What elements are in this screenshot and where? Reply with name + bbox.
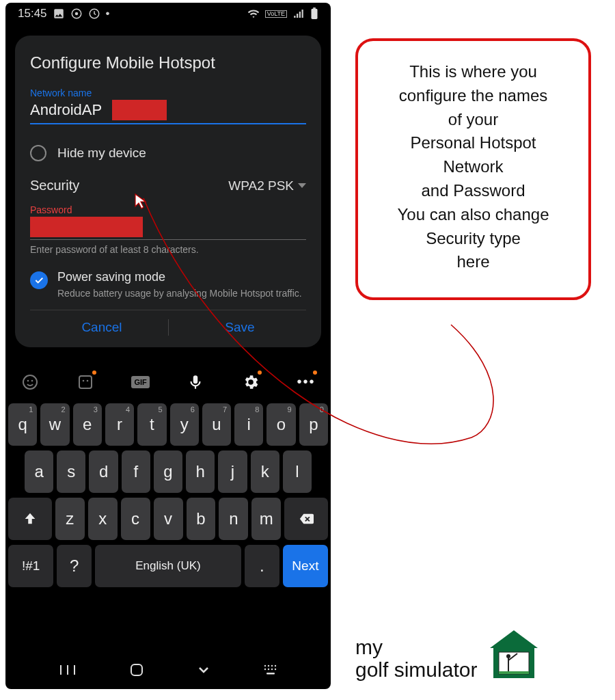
network-name-input[interactable] xyxy=(30,101,112,119)
svg-rect-14 xyxy=(131,664,142,675)
checkbox-checked-icon[interactable] xyxy=(30,271,48,289)
key-b[interactable]: b xyxy=(187,498,216,540)
key-m[interactable]: m xyxy=(251,498,281,540)
security-label: Security xyxy=(30,178,79,193)
hide-device-label: Hide my device xyxy=(57,146,146,161)
keyboard-toolbar: GIF ••• xyxy=(5,364,331,401)
more-icon[interactable]: ••• xyxy=(292,371,320,394)
callout-line: of your xyxy=(370,108,576,132)
mic-icon[interactable] xyxy=(182,371,209,394)
key-s[interactable]: s xyxy=(57,450,85,493)
security-value: WPA2 PSK xyxy=(228,178,294,193)
logo-text-line2: golf simulator xyxy=(355,658,477,681)
status-bar: 15:45 • VoLTE xyxy=(5,3,331,23)
clock-icon xyxy=(88,8,100,20)
location-icon xyxy=(70,8,83,20)
key-o[interactable]: o9 xyxy=(266,403,295,446)
svg-rect-4 xyxy=(313,8,316,9)
status-time: 15:45 xyxy=(18,7,47,21)
svg-point-16 xyxy=(268,665,269,667)
svg-point-27 xyxy=(506,654,510,658)
key-c[interactable]: c xyxy=(121,498,150,540)
power-saving-row[interactable]: Power saving mode Reduce battery usage b… xyxy=(30,267,306,310)
home-button[interactable] xyxy=(128,662,145,681)
signal-icon xyxy=(292,8,305,20)
callout-line: here xyxy=(370,250,576,274)
key-n[interactable]: n xyxy=(219,498,248,540)
keyboard-switch-button[interactable] xyxy=(263,664,278,679)
svg-point-5 xyxy=(23,375,37,389)
svg-rect-23 xyxy=(266,673,275,674)
key-w[interactable]: w2 xyxy=(40,403,69,446)
svg-point-18 xyxy=(275,665,276,667)
symbols-key[interactable]: !#1 xyxy=(8,545,53,587)
emoji-icon[interactable] xyxy=(16,371,44,394)
key-v[interactable]: v xyxy=(154,498,183,540)
redaction-block xyxy=(30,217,143,237)
key-r[interactable]: r4 xyxy=(105,403,134,446)
svg-point-22 xyxy=(275,669,276,670)
key-l[interactable]: l xyxy=(283,450,312,493)
svg-point-19 xyxy=(264,669,266,670)
svg-rect-29 xyxy=(499,671,529,674)
key-e[interactable]: e3 xyxy=(73,403,102,446)
key-a[interactable]: a xyxy=(25,450,53,493)
callout-line: This is where you xyxy=(370,60,576,84)
callout-line: configure the names xyxy=(370,84,576,108)
volte-icon: VoLTE xyxy=(265,10,287,18)
key-g[interactable]: g xyxy=(154,450,182,493)
svg-point-6 xyxy=(27,380,29,382)
sticker-icon[interactable] xyxy=(72,371,99,394)
key-q[interactable]: q1 xyxy=(8,403,37,446)
key-j[interactable]: j xyxy=(218,450,247,493)
wifi-icon xyxy=(247,8,260,20)
cursor-icon xyxy=(134,193,148,209)
radio-unchecked-icon[interactable] xyxy=(30,145,46,161)
callout-line: Personal Hotspot xyxy=(370,131,576,155)
callout-line: Network xyxy=(370,155,576,179)
svg-point-7 xyxy=(31,380,33,382)
gif-icon[interactable]: GIF xyxy=(127,371,154,394)
annotation-callout: This is where you configure the names of… xyxy=(355,38,591,300)
key-f[interactable]: f xyxy=(122,450,150,493)
key-y[interactable]: y6 xyxy=(170,403,199,446)
password-field[interactable] xyxy=(30,217,306,240)
logo-text-line1: my xyxy=(355,636,477,658)
key-i[interactable]: i8 xyxy=(234,403,263,446)
phone-frame: 15:45 • VoLTE Configure Mobile Hotspot N… xyxy=(5,3,331,689)
key-h[interactable]: h xyxy=(186,450,215,493)
next-key[interactable]: Next xyxy=(283,545,328,587)
key-p[interactable]: p0 xyxy=(299,403,328,446)
svg-rect-3 xyxy=(312,9,318,19)
network-name-field[interactable] xyxy=(30,100,306,124)
callout-line: and Password xyxy=(370,179,576,203)
key-z[interactable]: z xyxy=(55,498,85,540)
keyboard: q1w2e3r4t5y6u7i8o9p0 asdfghjkl zxcvbnm !… xyxy=(5,401,331,587)
svg-rect-8 xyxy=(79,376,92,388)
key-u[interactable]: u7 xyxy=(202,403,231,446)
page-title: Configure Mobile Hotspot xyxy=(30,53,306,72)
settings-icon[interactable] xyxy=(237,371,264,394)
key-t[interactable]: t5 xyxy=(137,403,166,446)
key-d[interactable]: d xyxy=(89,450,118,493)
network-name-label: Network name xyxy=(30,88,306,98)
save-button[interactable]: Save xyxy=(225,320,254,335)
security-row[interactable]: Security WPA2 PSK xyxy=(30,170,306,204)
chevron-down-icon xyxy=(298,183,306,188)
question-key[interactable]: ? xyxy=(57,545,92,587)
svg-point-9 xyxy=(82,380,84,382)
backspace-key[interactable] xyxy=(284,498,328,540)
svg-point-1 xyxy=(74,12,78,16)
svg-point-10 xyxy=(86,380,88,382)
space-key[interactable]: English (UK) xyxy=(95,545,241,587)
recents-button[interactable] xyxy=(58,663,77,679)
shift-key[interactable] xyxy=(8,498,52,540)
key-x[interactable]: x xyxy=(88,498,118,540)
back-button[interactable] xyxy=(195,662,212,681)
brand-logo: my golf simulator xyxy=(355,626,541,681)
power-saving-subtitle: Reduce battery usage by analysing Mobile… xyxy=(57,287,302,300)
key-k[interactable]: k xyxy=(251,450,279,493)
period-key[interactable]: . xyxy=(245,545,279,587)
hide-device-row[interactable]: Hide my device xyxy=(30,137,306,170)
cancel-button[interactable]: Cancel xyxy=(81,320,122,335)
